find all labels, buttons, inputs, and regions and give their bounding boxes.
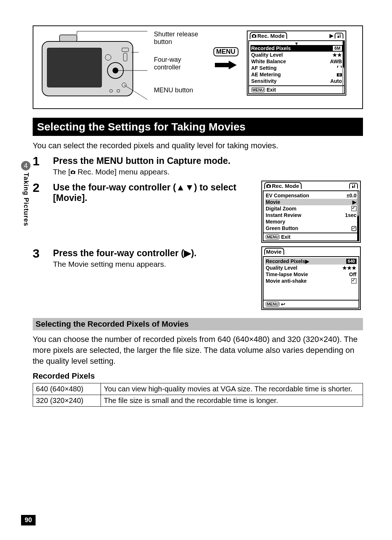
right-arrow-icon xyxy=(215,61,237,69)
menu-mini-icon: MENU xyxy=(266,234,279,239)
cell-640-desc: You can view high-quality movies at VGA … xyxy=(101,383,363,395)
lcd1-row2-val: AWB xyxy=(330,59,342,64)
menu-chip: MENU xyxy=(213,47,238,56)
lcd1-row4-label: AE Metering xyxy=(251,72,281,77)
label-fourway: Four-way controller xyxy=(154,56,205,71)
lcd-screen-rec-mode-2: Rec. Mode EV Compensation±0.0 Movie▶ Dig… xyxy=(261,181,361,243)
step3-title: Press the four-way controller (▶). xyxy=(53,248,255,258)
chapter-number: 4 xyxy=(21,161,30,170)
subsection-title: Selecting the Recorded Pixels of Movies xyxy=(33,318,363,330)
table-title: Recorded Pixels xyxy=(33,371,363,381)
lcd1-row1-val: ★★ xyxy=(332,52,342,58)
cell-640-label: 640 (640×480) xyxy=(33,383,101,395)
lcd2-row1-val: ▶ xyxy=(352,199,356,205)
lcd-screen-rec-mode-1: Rec. Mode ▶ ▼ Recorded Pixels6M Quality … xyxy=(247,31,346,96)
lcd2-foot: Exit xyxy=(281,234,290,240)
cell-320-desc: The file size is small and the recordabl… xyxy=(101,395,363,407)
camera-icon xyxy=(266,184,271,189)
lcd1-row3-label: AF Setting xyxy=(251,65,277,71)
svg-point-22 xyxy=(339,74,340,75)
lcd2-row1-label: Movie xyxy=(266,199,280,205)
step1-num: 1 xyxy=(33,154,53,168)
lcd3-row0-label: Recorded Pixels xyxy=(266,258,305,264)
lcd2-row2-label: Digital Zoom xyxy=(266,206,297,211)
table-row: 640 (640×480) You can view high-quality … xyxy=(33,383,363,395)
return-icon: ↩ xyxy=(281,301,285,307)
menu-mini-icon: MENU xyxy=(266,302,279,307)
camera-icon xyxy=(70,170,75,175)
step1-body: The [ Rec. Mode] menu appears. xyxy=(53,168,363,176)
check-icon xyxy=(351,278,356,283)
lcd2-row3-val: 1sec xyxy=(345,212,356,218)
section-title: Selecting the Settings for Taking Movies xyxy=(33,118,363,136)
intro-text: You can select the recorded pixels and q… xyxy=(33,141,363,150)
svg-rect-1 xyxy=(47,48,102,87)
step3-body: The Movie setting menu appears. xyxy=(53,260,255,269)
camera-icon xyxy=(252,33,257,39)
svg-point-28 xyxy=(268,185,269,187)
lcd1-row5-val: Auto xyxy=(330,78,342,84)
lcd1-row1-label: Quality Level xyxy=(251,52,283,58)
lcd1-row3-val: ⸢ ⸣ xyxy=(337,65,342,71)
lcd-screen-movie: Movie Recorded Pixels▶640 Quality Level★… xyxy=(261,246,361,310)
lcd3-title: Movie xyxy=(266,249,282,255)
lcd1-row5-label: Sensitivity xyxy=(251,78,277,84)
table-row: 320 (320×240) The file size is small and… xyxy=(33,395,363,407)
lcd1-row2-label: White Balance xyxy=(251,59,286,64)
lcd2-row3-label: Instant Review xyxy=(266,212,301,218)
lcd3-row3-label: Movie anti-shake xyxy=(266,278,307,284)
tool-icon xyxy=(351,184,356,189)
svg-point-19 xyxy=(253,35,255,37)
lcd1-row4-val xyxy=(337,72,342,77)
lcd2-row0-val: ±0.0 xyxy=(347,193,356,198)
chapter-label: Taking Pictures xyxy=(22,173,30,226)
lcd2-title: Rec. Mode xyxy=(272,183,299,189)
check-icon xyxy=(351,206,356,211)
svg-rect-18 xyxy=(253,34,254,35)
lcd2-row0-label: EV Compensation xyxy=(266,193,309,198)
label-shutter: Shutter release button xyxy=(154,31,205,46)
lcd2-row5-label: Green Button xyxy=(266,225,298,231)
lcd1-scrollbar xyxy=(343,41,345,94)
side-tab: 4 Taking Pictures xyxy=(21,161,30,226)
step1-title: Press the MENU button in Capture mode. xyxy=(53,156,363,166)
page-number: 90 xyxy=(21,515,36,525)
lcd1-row0-label: Recorded Pixels xyxy=(251,45,291,51)
lcd3-row2-val: Off xyxy=(349,271,356,277)
menu-mini-icon: MENU xyxy=(251,87,265,92)
lcd3-row1-label: Quality Level xyxy=(266,265,297,271)
svg-rect-2 xyxy=(60,35,77,41)
step2-title: Use the four-way controller (▲▼) to sele… xyxy=(53,182,255,203)
lcd3-row1-val: ★★★ xyxy=(342,265,356,271)
svg-rect-24 xyxy=(72,170,73,172)
lcd3-row2-label: Time-lapse Movie xyxy=(266,271,308,277)
svg-rect-27 xyxy=(268,184,269,185)
svg-marker-16 xyxy=(215,61,237,69)
lcd2-row4-label: Memory xyxy=(266,219,285,225)
camera-back-illustration xyxy=(38,31,147,103)
metering-icon xyxy=(337,72,342,77)
step3-num: 3 xyxy=(33,246,53,261)
step2-num: 2 xyxy=(33,181,53,195)
lcd2-scrollbar xyxy=(357,191,359,241)
cell-320-label: 320 (320×240) xyxy=(33,395,101,407)
svg-point-25 xyxy=(72,172,74,173)
svg-rect-29 xyxy=(352,226,356,231)
label-menu-button: MENU button xyxy=(154,86,205,94)
green-button-icon xyxy=(351,225,356,231)
lcd1-title: Rec. Mode xyxy=(257,33,285,39)
lcd1-row0-val: 6M xyxy=(333,46,342,51)
lcd1-foot: Exit xyxy=(266,87,276,93)
tool-icon xyxy=(336,33,342,39)
recorded-pixels-table: 640 (640×480) You can view high-quality … xyxy=(33,383,363,407)
lcd3-row0-val: 640 xyxy=(346,259,356,264)
subsection-intro: You can choose the number of recorded pi… xyxy=(33,334,363,366)
camera-diagram: Shutter release button Four-way controll… xyxy=(33,25,363,109)
